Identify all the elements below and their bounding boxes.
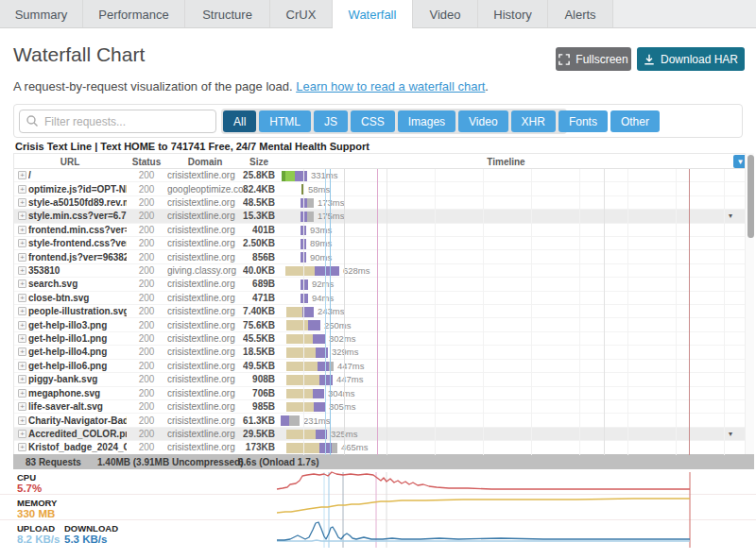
filter-button-all[interactable]: All — [223, 110, 256, 132]
request-row[interactable]: +/200crisistextline.org25.8KB331ms — [14, 169, 747, 182]
request-domain: crisistextline.org — [167, 305, 243, 317]
intro-text-after: . — [485, 79, 489, 93]
expand-row-icon[interactable]: + — [18, 375, 26, 383]
request-status: 200 — [126, 305, 167, 317]
column-header-size[interactable]: Size — [243, 154, 275, 169]
request-url: / — [28, 169, 127, 181]
request-time-label: 58ms — [308, 182, 330, 195]
expand-row-icon[interactable]: + — [18, 362, 26, 370]
request-size: 689B — [243, 278, 275, 290]
request-row[interactable]: +people-illustration.svg200crisistextlin… — [14, 305, 747, 318]
request-row[interactable]: +Accredited_COLOR.png200crisistextline.o… — [14, 428, 747, 441]
request-row[interactable]: +style-frontend.css?ver=9...200crisistex… — [14, 237, 747, 250]
waterfall-scrollbar-track[interactable] — [745, 153, 754, 454]
request-row[interactable]: +frontend.js?ver=963820a...200crisistext… — [14, 250, 747, 263]
timing-bar-purple — [301, 239, 306, 249]
request-row[interactable]: +close-btn.svg200crisistextline.org471B9… — [14, 292, 747, 305]
request-row[interactable]: +style-a50150fd89.rev.min...200crisistex… — [14, 196, 747, 210]
expand-row-icon[interactable]: + — [18, 347, 26, 356]
filter-button-images[interactable]: Images — [398, 110, 455, 132]
waterfall-help-link[interactable]: Learn how to read a waterfall chart — [296, 79, 485, 93]
fullscreen-icon — [558, 54, 570, 65]
timing-bar-purple — [318, 362, 329, 372]
column-header-domain[interactable]: Domain — [167, 154, 243, 169]
tab-history[interactable]: History — [478, 0, 548, 28]
tab-waterfall[interactable]: Waterfall — [333, 0, 413, 28]
filter-button-html[interactable]: HTML — [259, 110, 311, 132]
expand-row-icon[interactable]: + — [18, 430, 26, 438]
request-row[interactable]: +style.min.css?ver=6.7.1200crisistextlin… — [14, 210, 747, 223]
tab-crux[interactable]: CrUX — [270, 0, 333, 28]
expand-row-icon[interactable]: + — [18, 443, 26, 451]
filter-button-fonts[interactable]: Fonts — [558, 110, 608, 132]
expand-row-icon[interactable]: + — [18, 321, 26, 330]
request-row[interactable]: +get-help-illo4.png200crisistextline.org… — [14, 346, 747, 359]
filter-button-css[interactable]: CSS — [351, 110, 395, 132]
expand-row-icon[interactable]: + — [18, 402, 26, 411]
request-size: 2.50KB — [243, 237, 275, 249]
expand-row-icon[interactable]: + — [18, 294, 26, 302]
timing-bar-purple — [316, 347, 328, 358]
column-header-timeline[interactable]: Timeline — [279, 154, 733, 169]
tab-alerts[interactable]: Alerts — [548, 0, 613, 28]
tab-structure[interactable]: Structure — [185, 0, 270, 28]
fullscreen-button-label: Fullscreen — [576, 53, 627, 66]
expand-row-icon[interactable]: + — [18, 198, 26, 207]
timing-bar-green — [285, 171, 295, 181]
expand-row-icon[interactable]: + — [18, 416, 26, 425]
fullscreen-button[interactable]: Fullscreen — [556, 47, 631, 71]
download-har-button[interactable]: Download HAR — [637, 47, 745, 71]
expand-row-icon[interactable]: + — [18, 307, 26, 315]
request-row[interactable]: +search.svg200crisistextline.org689B92ms — [14, 278, 747, 291]
request-status: 200 — [126, 210, 167, 222]
request-url: get-help-illo3.png — [28, 318, 127, 330]
request-row[interactable]: +piggy-bank.svg200crisistextline.org908B… — [14, 373, 747, 386]
expand-row-icon[interactable]: + — [18, 253, 26, 262]
column-header-url[interactable]: URL — [14, 154, 126, 169]
request-row[interactable]: +life-saver-alt.svg200crisistextline.org… — [14, 400, 747, 414]
request-url: style-frontend.css?ver=9... — [28, 237, 127, 249]
expand-row-icon[interactable]: + — [18, 212, 26, 220]
request-url: close-btn.svg — [28, 292, 127, 304]
tab-summary[interactable]: Summary — [0, 0, 83, 28]
timing-bar-tan — [286, 430, 316, 440]
expand-row-icon[interactable]: + — [18, 185, 26, 194]
filter-button-xhr[interactable]: XHR — [511, 110, 556, 132]
expand-row-icon[interactable]: + — [18, 266, 26, 275]
request-size: 48.5KB — [243, 196, 275, 209]
filter-button-other[interactable]: Other — [610, 110, 660, 132]
tab-performance[interactable]: Performance — [83, 0, 185, 28]
expand-row-icon[interactable]: + — [18, 334, 26, 343]
expand-row-icon[interactable]: + — [18, 239, 26, 247]
request-domain: crisistextline.org — [167, 346, 243, 358]
request-row[interactable]: +get-help-illo6.png200crisistextline.org… — [14, 360, 747, 373]
expand-row-icon[interactable]: + — [18, 280, 26, 288]
waterfall-scrollbar-thumb[interactable] — [747, 155, 754, 238]
row-options-caret[interactable]: ▾ — [729, 428, 732, 440]
filter-button-js[interactable]: JS — [314, 110, 348, 132]
request-status: 200 — [126, 428, 167, 440]
request-domain: crisistextline.org — [167, 360, 243, 372]
request-url: Accredited_COLOR.png — [28, 428, 127, 440]
request-row[interactable]: +Kristof_badge_2024_Col...200crisistextl… — [14, 441, 747, 454]
filter-button-video[interactable]: Video — [458, 110, 507, 132]
tab-video[interactable]: Video — [413, 0, 478, 28]
timing-bar-purple — [302, 307, 314, 317]
expand-row-icon[interactable]: + — [18, 389, 26, 398]
request-row[interactable]: +get-help-illo1.png200crisistextline.org… — [14, 332, 747, 346]
timing-bar-tan — [286, 334, 313, 345]
request-row[interactable]: +megaphone.svg200crisistextline.org706B3… — [14, 387, 747, 400]
request-row[interactable]: +get-help-illo3.png200crisistextline.org… — [14, 318, 747, 331]
expand-row-icon[interactable]: + — [18, 171, 26, 179]
timing-bar-tan — [286, 362, 318, 372]
request-row[interactable]: +353810200giving.classy.org40.0KB628ms — [14, 264, 747, 278]
request-row[interactable]: +optimize.js?id=OPT-NP4...200googleoptim… — [14, 182, 747, 195]
column-header-status[interactable]: Status — [126, 154, 167, 169]
request-time-label: 93ms — [310, 224, 332, 236]
expand-row-icon[interactable]: + — [18, 226, 26, 234]
request-row[interactable]: +frontend.min.css?ver=17...200crisistext… — [14, 224, 747, 237]
request-row[interactable]: +Charity-Navigator-Badge...200crisistext… — [14, 414, 747, 427]
row-options-caret[interactable]: ▾ — [729, 210, 732, 222]
request-size: 471B — [243, 292, 275, 304]
filter-requests-input[interactable] — [19, 110, 216, 133]
